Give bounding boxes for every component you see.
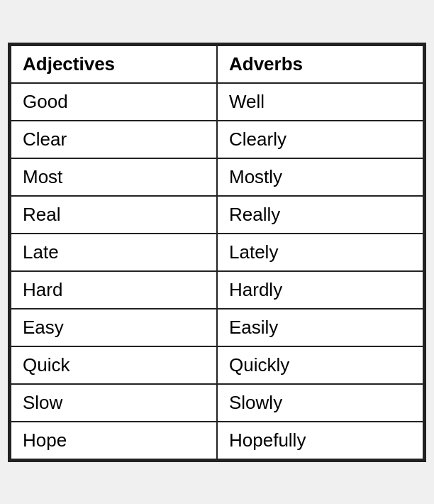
adverb-cell-2: Mostly <box>217 158 423 196</box>
adjective-cell-2: Most <box>11 158 217 196</box>
adverb-cell-4: Lately <box>217 234 423 271</box>
adverb-cell-0: Well <box>217 83 423 121</box>
adjective-cell-4: Late <box>11 234 217 271</box>
table-row: EasyEasily <box>11 309 423 346</box>
adjective-cell-5: Hard <box>11 271 217 309</box>
adjectives-adverbs-table: Adjectives Adverbs GoodWellClearClearlyM… <box>10 45 424 460</box>
table-row: MostMostly <box>11 158 423 196</box>
table-row: QuickQuickly <box>11 346 423 384</box>
table-row: LateLately <box>11 234 423 271</box>
adverb-cell-8: Slowly <box>217 384 423 422</box>
adjective-cell-8: Slow <box>11 384 217 422</box>
adverb-cell-6: Easily <box>217 309 423 346</box>
adjective-cell-0: Good <box>11 83 217 121</box>
adjective-cell-3: Real <box>11 196 217 234</box>
adverb-cell-1: Clearly <box>217 121 423 158</box>
table-row: RealReally <box>11 196 423 234</box>
adjective-cell-9: Hope <box>11 422 217 459</box>
adverb-cell-9: Hopefully <box>217 422 423 459</box>
adverb-cell-3: Really <box>217 196 423 234</box>
adjective-cell-7: Quick <box>11 346 217 384</box>
adverb-cell-5: Hardly <box>217 271 423 309</box>
main-table-container: Adjectives Adverbs GoodWellClearClearlyM… <box>8 43 426 462</box>
adverb-cell-7: Quickly <box>217 346 423 384</box>
adjective-cell-1: Clear <box>11 121 217 158</box>
table-row: SlowSlowly <box>11 384 423 422</box>
header-adjectives: Adjectives <box>11 45 217 83</box>
table-row: GoodWell <box>11 83 423 121</box>
table-row: HardHardly <box>11 271 423 309</box>
table-row: HopeHopefully <box>11 422 423 459</box>
table-header-row: Adjectives Adverbs <box>11 45 423 83</box>
table-row: ClearClearly <box>11 121 423 158</box>
header-adverbs: Adverbs <box>217 45 423 83</box>
adjective-cell-6: Easy <box>11 309 217 346</box>
